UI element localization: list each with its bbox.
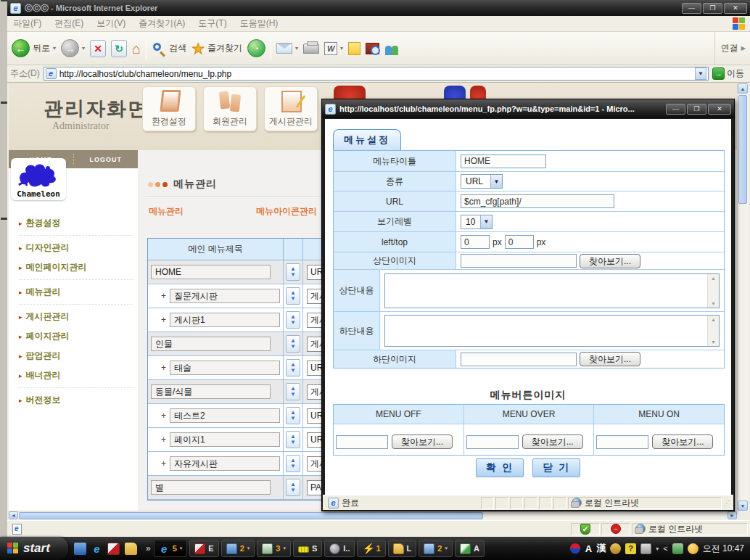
sidebar-item[interactable]: ▸게시판관리: [19, 307, 133, 326]
close-button[interactable]: ✕: [724, 3, 747, 14]
task-button[interactable]: L: [388, 540, 417, 557]
menubar-item[interactable]: 도구(T): [198, 17, 226, 30]
menu-title-input[interactable]: [151, 480, 271, 495]
confirm-button[interactable]: 확 인: [476, 458, 524, 477]
task-button[interactable]: 2▾: [221, 540, 255, 557]
header-tab-board[interactable]: 게시판관리: [264, 86, 318, 131]
quick-launch-app-icon[interactable]: [74, 543, 86, 555]
reorder-spinner[interactable]: ▲▼: [286, 287, 300, 305]
sidebar-item[interactable]: ▸배너관리: [19, 366, 133, 388]
quick-launch-ie-icon[interactable]: e: [91, 543, 102, 554]
menubar-item[interactable]: 도움말(H): [240, 17, 279, 30]
scroll-up-icon[interactable]: ▲: [738, 83, 748, 94]
menubar-item[interactable]: 보기(V): [96, 17, 125, 30]
reorder-spinner[interactable]: ▲▼: [286, 479, 300, 496]
sidebar-item[interactable]: ▸버전정보: [19, 390, 133, 410]
stop-button[interactable]: ✕: [90, 40, 106, 57]
tray-collapse-icon[interactable]: <: [663, 544, 667, 553]
task-button[interactable]: 2▾: [419, 540, 453, 557]
reorder-spinner[interactable]: ▲▼: [286, 383, 300, 400]
textarea-scrollbar[interactable]: ▲ ▼: [707, 316, 719, 346]
address-input[interactable]: e http://localhost/club/chameleon/menu_l…: [44, 67, 709, 81]
popup-maximize-button[interactable]: ❐: [687, 104, 706, 115]
address-dropdown-icon[interactable]: ▼: [695, 67, 706, 80]
task-caret-icon[interactable]: ▾: [180, 545, 183, 551]
vertical-scrollbar[interactable]: ▲ ▼: [737, 83, 749, 511]
task-caret-icon[interactable]: ▾: [283, 545, 286, 551]
quick-launch-hwp-icon[interactable]: [107, 543, 120, 555]
bottom-image-browse-button[interactable]: 찾아보기...: [580, 352, 640, 366]
menu-manage-link[interactable]: 메뉴관리: [149, 205, 184, 218]
task-caret-icon[interactable]: ▾: [247, 545, 250, 551]
level-select[interactable]: 10 ▼: [461, 215, 493, 229]
history-button[interactable]: ◔: [247, 39, 265, 57]
task-button[interactable]: 3▾: [257, 540, 291, 557]
header-tab-monitor[interactable]: 환경설정: [142, 86, 196, 131]
button-image-input[interactable]: [336, 435, 388, 449]
top-image-input[interactable]: [461, 254, 577, 268]
spinner-down-icon[interactable]: ▼: [290, 344, 296, 350]
sidebar-item[interactable]: ▸환경설정: [19, 213, 133, 236]
header-tab-people[interactable]: 회원관리: [203, 86, 257, 131]
url-input[interactable]: [461, 194, 614, 208]
ime-caret-icon[interactable]: ▾: [656, 545, 659, 552]
forward-button[interactable]: → ▾: [61, 39, 85, 57]
sidebar-item[interactable]: ▸메인페이지관리: [19, 258, 133, 280]
top-image-browse-button[interactable]: 찾아보기...: [580, 254, 640, 268]
links-bar[interactable]: 연결 ▶: [714, 32, 746, 65]
sidebar-item[interactable]: ▸메뉴관리: [19, 282, 133, 305]
horizontal-scroll-thumb[interactable]: [19, 512, 483, 519]
spinner-down-icon[interactable]: ▼: [290, 392, 296, 398]
task-button[interactable]: E: [189, 540, 218, 557]
scroll-up-icon[interactable]: ▲: [711, 276, 716, 281]
back-button[interactable]: ← 뒤로 ▾: [12, 39, 56, 57]
menu-title-input[interactable]: [170, 313, 280, 327]
spinner-down-icon[interactable]: ▼: [290, 296, 296, 302]
task-button[interactable]: e5▾: [154, 540, 188, 557]
menu-title-input[interactable]: [170, 408, 280, 423]
sidebar-item[interactable]: ▸디자인관리: [19, 238, 133, 258]
spinner-down-icon[interactable]: ▼: [290, 487, 296, 493]
reorder-spinner[interactable]: ▲▼: [286, 311, 300, 329]
research-button[interactable]: [366, 43, 379, 54]
button-image-browse-button[interactable]: 찾아보기...: [392, 435, 453, 449]
reorder-spinner[interactable]: ▲▼: [286, 359, 300, 376]
scroll-down-icon[interactable]: ▼: [711, 301, 716, 306]
reorder-spinner[interactable]: ▲▼: [286, 455, 300, 472]
spinner-down-icon[interactable]: ▼: [290, 368, 296, 374]
korea-ime-icon[interactable]: [569, 543, 581, 554]
button-image-browse-button[interactable]: 찾아보기...: [522, 435, 583, 449]
spinner-down-icon[interactable]: ▼: [290, 440, 296, 445]
button-image-input[interactable]: [466, 435, 519, 449]
menubar-item[interactable]: 편집(E): [54, 17, 83, 30]
ime-hanja-indicator[interactable]: 漢: [596, 542, 606, 555]
menu-title-input[interactable]: [151, 265, 271, 279]
quick-launch-overflow-icon[interactable]: »: [146, 543, 151, 553]
task-caret-icon[interactable]: ▾: [445, 545, 448, 551]
start-button[interactable]: start: [0, 537, 68, 560]
vertical-scroll-thumb[interactable]: [738, 95, 747, 204]
task-button[interactable]: S: [293, 540, 322, 557]
left-input[interactable]: [461, 235, 490, 249]
reorder-spinner[interactable]: ▲▼: [286, 431, 300, 448]
menubar-item[interactable]: 파일(F): [13, 17, 41, 30]
chameleon-logo[interactable]: Chameleon: [11, 158, 66, 200]
resize-grip[interactable]: ⋰: [723, 499, 731, 507]
tray-app-icon[interactable]: [610, 543, 621, 554]
top-content-textarea[interactable]: ▲ ▼: [384, 273, 720, 308]
messenger-status-icon[interactable]: [688, 543, 699, 554]
scroll-right-icon[interactable]: ►: [728, 511, 737, 519]
task-button[interactable]: A: [455, 540, 485, 557]
notes-button[interactable]: [348, 42, 360, 55]
popup-titlebar[interactable]: e http://localhost/club/chameleon/menu_f…: [322, 99, 734, 118]
messenger-button[interactable]: [384, 42, 399, 55]
reorder-spinner[interactable]: ▲▼: [286, 263, 300, 281]
scroll-up-icon[interactable]: ▲: [711, 317, 716, 322]
refresh-button[interactable]: ↻: [111, 40, 127, 57]
sidebar-item[interactable]: ▸페이지관리: [19, 326, 133, 346]
menu-title-input[interactable]: [170, 361, 280, 375]
top-input[interactable]: [505, 235, 534, 249]
menu-icon-manage-link[interactable]: 메뉴아이콘관리: [256, 205, 317, 218]
maximize-button[interactable]: ❐: [703, 3, 722, 14]
button-image-input[interactable]: [596, 435, 648, 449]
